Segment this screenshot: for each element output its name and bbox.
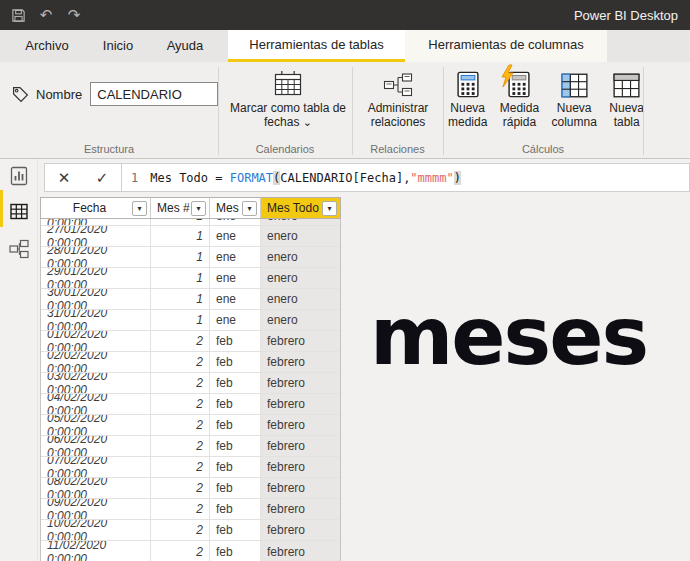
table-cell[interactable]: enero <box>261 268 340 288</box>
table-cell[interactable]: febrero <box>261 436 340 456</box>
table-cell[interactable]: feb <box>210 352 261 372</box>
column-dropdown-icon[interactable]: ▾ <box>132 201 147 216</box>
table-cell[interactable]: febrero <box>261 394 340 414</box>
table-body: 26/01/2020 0:00:00 1 ene enero 27/01/202… <box>40 219 341 561</box>
table-cell[interactable]: ene <box>210 268 261 288</box>
save-button[interactable] <box>4 0 32 30</box>
table-cell[interactable]: 2 <box>151 373 210 393</box>
table-cell[interactable]: 1 <box>151 268 210 288</box>
table-cell[interactable]: 1 <box>151 289 210 309</box>
tab-herramientas-de-columnas[interactable]: Herramientas de columnas <box>405 30 607 62</box>
table-cell[interactable]: ene <box>210 219 261 226</box>
table-cell[interactable]: enero <box>261 226 340 246</box>
column-dropdown-icon[interactable]: ▾ <box>242 201 257 216</box>
menu-archivo[interactable]: Archivo <box>18 30 76 62</box>
table-cell[interactable]: feb <box>210 457 261 477</box>
table-cell[interactable]: 04/02/2020 0:00:00 <box>41 394 151 414</box>
table-cell[interactable]: 02/02/2020 0:00:00 <box>41 352 151 372</box>
table-cell[interactable]: febrero <box>261 499 340 519</box>
new-column-button[interactable]: Nuevacolumna <box>552 66 597 129</box>
table-cell[interactable]: febrero <box>261 478 340 498</box>
new-table-label-line2: tabla <box>614 115 640 129</box>
undo-button[interactable]: ↶ <box>32 0 60 30</box>
table-cell[interactable]: 06/02/2020 0:00:00 <box>41 436 151 456</box>
new-measure-button[interactable]: Nuevamedida <box>448 66 487 129</box>
table-cell[interactable]: enero <box>261 219 340 226</box>
report-view-button[interactable] <box>0 164 38 188</box>
table-cell[interactable]: 2 <box>151 415 210 435</box>
new-table-button[interactable]: Nuevatabla <box>609 66 644 129</box>
table-cell[interactable]: feb <box>210 499 261 519</box>
table-cell[interactable]: feb <box>210 478 261 498</box>
table-cell[interactable]: 09/02/2020 0:00:00 <box>41 499 151 519</box>
table-cell[interactable]: 2 <box>151 541 210 561</box>
table-cell[interactable]: 2 <box>151 394 210 414</box>
dax-formula-input[interactable]: 1Mes Todo = FORMAT(CALENDARIO[Fecha],"mm… <box>122 163 690 192</box>
mark-as-date-table-button[interactable]: Marcar como tabla de fechas ⌄ <box>224 66 352 129</box>
menu-ayuda[interactable]: Ayuda <box>160 30 210 62</box>
table-cell[interactable]: 2 <box>151 478 210 498</box>
table-cell[interactable]: 2 <box>151 352 210 372</box>
table-cell[interactable]: 1 <box>151 247 210 267</box>
table-cell[interactable]: feb <box>210 331 261 351</box>
table-cell[interactable]: 11/02/2020 0:00:00 <box>41 541 151 561</box>
tab-herramientas-de-tablas[interactable]: Herramientas de tablas <box>228 30 405 62</box>
table-cell[interactable]: 10/02/2020 0:00:00 <box>41 520 151 540</box>
table-name-input[interactable] <box>90 82 218 106</box>
table-cell[interactable]: 2 <box>151 436 210 456</box>
table-cell[interactable]: 28/01/2020 0:00:00 <box>41 247 151 267</box>
column-dropdown-icon[interactable]: ▾ <box>191 201 206 216</box>
table-cell[interactable]: 2 <box>151 331 210 351</box>
table-cell[interactable]: febrero <box>261 331 340 351</box>
table-cell[interactable]: febrero <box>261 457 340 477</box>
table-cell[interactable]: feb <box>210 541 261 561</box>
table-cell[interactable]: 29/01/2020 0:00:00 <box>41 268 151 288</box>
table-cell[interactable]: 31/01/2020 0:00:00 <box>41 310 151 330</box>
table-cell[interactable]: feb <box>210 394 261 414</box>
table-cell[interactable]: ene <box>210 247 261 267</box>
table-cell[interactable]: feb <box>210 373 261 393</box>
model-view-button[interactable] <box>0 237 38 261</box>
cancel-formula-button[interactable]: ✕ <box>58 169 71 187</box>
table-cell[interactable]: 26/01/2020 0:00:00 <box>41 219 151 226</box>
table-cell[interactable]: 07/02/2020 0:00:00 <box>41 457 151 477</box>
commit-formula-button[interactable]: ✓ <box>96 169 109 187</box>
table-cell[interactable]: enero <box>261 247 340 267</box>
table-cell[interactable]: ene <box>210 289 261 309</box>
table-cell[interactable]: 08/02/2020 0:00:00 <box>41 478 151 498</box>
table-cell[interactable]: febrero <box>261 373 340 393</box>
table-cell[interactable]: 03/02/2020 0:00:00 <box>41 373 151 393</box>
table-cell[interactable]: 2 <box>151 457 210 477</box>
quick-measure-button[interactable]: Medidarápida <box>500 66 539 129</box>
table-cell[interactable]: febrero <box>261 415 340 435</box>
data-view-button[interactable] <box>0 199 38 223</box>
table-cell[interactable]: febrero <box>261 520 340 540</box>
table-cell[interactable]: 01/02/2020 0:00:00 <box>41 331 151 351</box>
table-cell[interactable]: 2 <box>151 499 210 519</box>
redo-button[interactable]: ↷ <box>60 0 88 30</box>
column-header-mes[interactable]: Mes ▾ <box>210 198 261 218</box>
table-cell[interactable]: feb <box>210 436 261 456</box>
table-cell[interactable]: 1 <box>151 310 210 330</box>
table-cell[interactable]: 05/02/2020 0:00:00 <box>41 415 151 435</box>
undo-icon: ↶ <box>40 6 53 24</box>
table-cell[interactable]: ene <box>210 310 261 330</box>
menu-inicio[interactable]: Inicio <box>94 30 142 62</box>
table-cell[interactable]: 1 <box>151 219 210 226</box>
manage-relationships-button[interactable]: Administrar relaciones <box>358 66 438 129</box>
table-cell[interactable]: enero <box>261 310 340 330</box>
table-cell[interactable]: 27/01/2020 0:00:00 <box>41 226 151 246</box>
table-cell[interactable]: 1 <box>151 226 210 246</box>
column-header-fecha[interactable]: Fecha ▾ <box>41 198 151 218</box>
table-cell[interactable]: febrero <box>261 352 340 372</box>
column-dropdown-icon[interactable]: ▾ <box>322 201 337 216</box>
column-header-mes-num[interactable]: Mes # ▾ <box>151 198 210 218</box>
table-cell[interactable]: feb <box>210 415 261 435</box>
table-cell[interactable]: enero <box>261 289 340 309</box>
table-cell[interactable]: febrero <box>261 541 340 561</box>
table-cell[interactable]: ene <box>210 226 261 246</box>
column-header-mes-todo[interactable]: Mes Todo ▾ <box>261 198 340 218</box>
table-cell[interactable]: feb <box>210 520 261 540</box>
table-cell[interactable]: 2 <box>151 520 210 540</box>
table-cell[interactable]: 30/01/2020 0:00:00 <box>41 289 151 309</box>
